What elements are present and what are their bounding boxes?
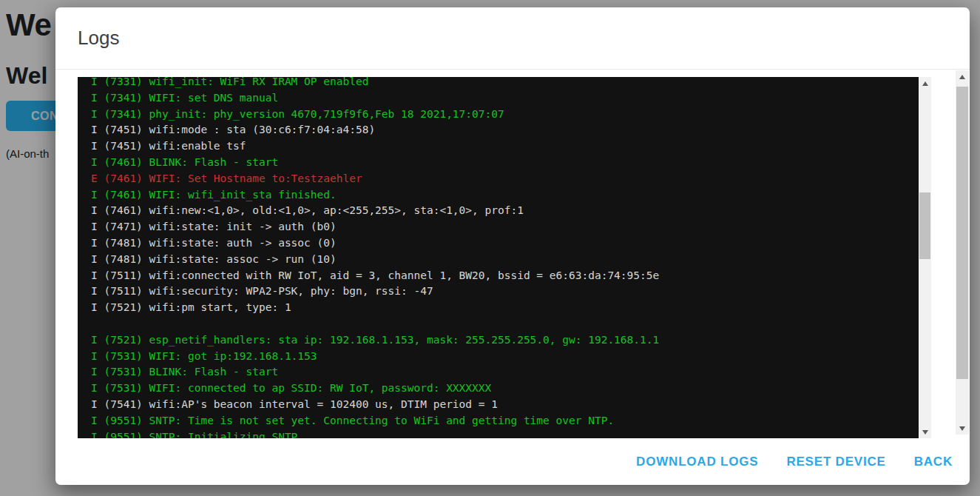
logs-dialog: Logs I (7331) wifi_init: WiFi RX IRAM OP…	[55, 7, 970, 485]
log-line: I (7461) wifi:new:<1,0>, old:<1,0>, ap:<…	[91, 203, 931, 219]
dialog-scrollbar[interactable]	[956, 70, 969, 435]
scroll-up-arrow-icon[interactable]	[919, 77, 931, 90]
log-line: I (7461) WIFI: wifi_init_sta finished.	[91, 187, 931, 204]
log-line: I (7521) esp_netif_handlers: sta ip: 192…	[91, 332, 931, 349]
log-lines: I (7331) wifi_init: WiFi RX IRAM OP enab…	[78, 77, 931, 438]
log-line: I (7511) wifi:connected with RW IoT, aid…	[91, 268, 931, 284]
log-line: I (7341) phy_init: phy_version 4670,719f…	[91, 107, 931, 123]
log-line: I (7511) wifi:security: WPA2-PSK, phy: b…	[91, 284, 931, 300]
log-line	[91, 316, 931, 332]
log-line: I (7461) BLINK: Flash - start	[91, 155, 931, 171]
log-line: I (7531) BLINK: Flash - start	[91, 364, 931, 381]
log-console[interactable]: I (7331) wifi_init: WiFi RX IRAM OP enab…	[78, 77, 931, 438]
dialog-title: Logs	[78, 27, 119, 50]
log-line: I (7481) wifi:state: assoc -> run (10)	[91, 252, 931, 268]
log-line: I (7531) WIFI: got ip:192.168.1.153	[91, 349, 931, 365]
log-scrollbar[interactable]	[919, 77, 931, 438]
scroll-down-arrow-icon[interactable]	[956, 422, 969, 435]
log-line: E (7461) WIFI: Set Hostname to:Testzaehl…	[91, 171, 931, 187]
scroll-down-arrow-icon[interactable]	[919, 426, 931, 438]
dialog-footer: DOWNLOAD LOGSRESET DEVICEBACK	[55, 438, 970, 485]
log-line: I (7481) wifi:state: auth -> assoc (0)	[91, 235, 931, 252]
scroll-up-arrow-icon[interactable]	[956, 70, 969, 83]
download-logs-button[interactable]: DOWNLOAD LOGS	[635, 450, 760, 474]
back-button[interactable]: BACK	[913, 450, 954, 474]
log-line: I (7541) wifi:AP's beacon interval = 102…	[91, 397, 931, 413]
log-line: I (7471) wifi:state: init -> auth (b0)	[91, 219, 931, 235]
log-line: I (7531) WIFI: connected to ap SSID: RW …	[91, 381, 931, 397]
log-line: I (9551) SNTP: Time is not set yet. Conn…	[91, 413, 931, 429]
log-line: I (7521) wifi:pm start, type: 1	[91, 300, 931, 316]
log-line: I (7451) wifi:enable tsf	[91, 138, 931, 155]
log-scrollbar-thumb[interactable]	[919, 192, 930, 259]
log-line: I (7341) WIFI: set DNS manual	[91, 90, 931, 107]
reset-device-button[interactable]: RESET DEVICE	[785, 450, 887, 474]
log-line: I (7331) wifi_init: WiFi RX IRAM OP enab…	[91, 77, 931, 90]
log-line: I (9551) SNTP: Initializing SNTP	[91, 429, 931, 438]
dialog-header: Logs	[55, 7, 970, 70]
log-line: I (7451) wifi:mode : sta (30:c6:f7:04:a4…	[91, 122, 931, 138]
dialog-scrollbar-thumb[interactable]	[956, 87, 968, 379]
